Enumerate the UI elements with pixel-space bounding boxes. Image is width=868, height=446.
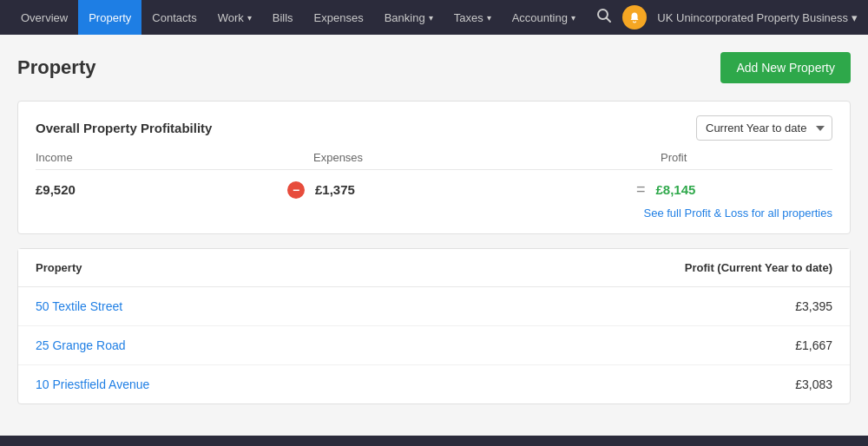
profit-value: £8,145: [656, 182, 696, 197]
see-full-link-container: See full Profit & Loss for all propertie…: [36, 206, 832, 220]
property-link[interactable]: 25 Grange Road: [36, 338, 126, 352]
property-name-cell: 50 Textile Street: [18, 287, 391, 326]
nav-accounting[interactable]: Accounting ▾: [502, 0, 586, 35]
org-name: UK Unincorporated Property Business: [657, 11, 848, 24]
org-selector[interactable]: UK Unincorporated Property Business ▾: [657, 11, 858, 24]
nav-banking[interactable]: Banking ▾: [374, 0, 444, 35]
bell-icon: [622, 5, 647, 30]
property-table-body: 50 Textile Street £3,395 25 Grange Road …: [18, 287, 850, 404]
date-filter-select[interactable]: Current Year to date: [696, 115, 832, 141]
nav-overview[interactable]: Overview: [10, 0, 78, 35]
table-row: 10 Priestfield Avenue £3,083: [18, 365, 850, 404]
main-content: Property Add New Property Overall Proper…: [0, 35, 868, 436]
profitability-title: Overall Property Profitability: [36, 121, 212, 135]
search-icon[interactable]: [596, 8, 612, 27]
nav-property[interactable]: Property: [78, 0, 141, 35]
equals-sign: =: [636, 180, 646, 199]
minus-icon: −: [287, 181, 305, 199]
profit-label: Profit: [661, 151, 832, 164]
profitability-card: Overall Property Profitability Current Y…: [17, 101, 851, 234]
see-full-profit-link[interactable]: See full Profit & Loss for all propertie…: [644, 207, 833, 220]
notification-bell[interactable]: [622, 5, 647, 30]
nav-right: UK Unincorporated Property Business ▾: [596, 5, 858, 30]
income-value: £9,520: [36, 182, 287, 197]
property-name-cell: 10 Priestfield Avenue: [18, 365, 391, 404]
svg-line-1: [607, 18, 611, 23]
col-property: Property: [18, 249, 391, 287]
add-new-property-button[interactable]: Add New Property: [720, 52, 851, 83]
property-table-card: Property Profit (Current Year to date) 5…: [17, 248, 851, 404]
property-table: Property Profit (Current Year to date) 5…: [18, 249, 850, 403]
income-label: Income: [36, 151, 313, 164]
accounting-chevron-icon: ▾: [571, 13, 575, 23]
table-header-row: Property Profit (Current Year to date): [18, 249, 850, 287]
profitability-body: Income Expenses Profit £9,520 − £1,375 =…: [18, 151, 850, 233]
expense-value: £1,375: [315, 182, 636, 197]
property-link[interactable]: 50 Textile Street: [36, 299, 122, 313]
org-chevron-icon: ▾: [852, 11, 858, 24]
banking-chevron-icon: ▾: [429, 13, 433, 23]
col-profit: Profit (Current Year to date): [391, 249, 850, 287]
nav-bills[interactable]: Bills: [262, 0, 304, 35]
nav-work[interactable]: Work ▾: [207, 0, 262, 35]
page-title: Property: [17, 56, 95, 79]
nav-taxes[interactable]: Taxes ▾: [444, 0, 502, 35]
property-link[interactable]: 10 Priestfield Avenue: [36, 377, 149, 391]
nav-expenses[interactable]: Expenses: [304, 0, 374, 35]
property-profit-cell: £3,395: [391, 287, 850, 326]
expense-label: Expenses: [313, 151, 661, 164]
taxes-chevron-icon: ▾: [487, 13, 491, 23]
navigation: Overview Property Contacts Work ▾ Bills …: [0, 0, 868, 35]
property-profit-cell: £3,083: [391, 365, 850, 404]
table-row: 50 Textile Street £3,395: [18, 287, 850, 326]
work-chevron-icon: ▾: [247, 13, 252, 23]
page-header: Property Add New Property: [17, 52, 851, 83]
nav-items: Overview Property Contacts Work ▾ Bills …: [10, 0, 596, 35]
profit-values-row: £9,520 − £1,375 = £8,145: [36, 180, 832, 199]
footer: ƒreeagent Privacy Policy Terms of Servic…: [0, 436, 868, 446]
nav-contacts[interactable]: Contacts: [141, 0, 207, 35]
property-profit-cell: £1,667: [391, 326, 850, 365]
profit-labels-row: Income Expenses Profit: [36, 151, 832, 170]
table-row: 25 Grange Road £1,667: [18, 326, 850, 365]
property-name-cell: 25 Grange Road: [18, 326, 391, 365]
profitability-card-header: Overall Property Profitability Current Y…: [18, 102, 850, 151]
